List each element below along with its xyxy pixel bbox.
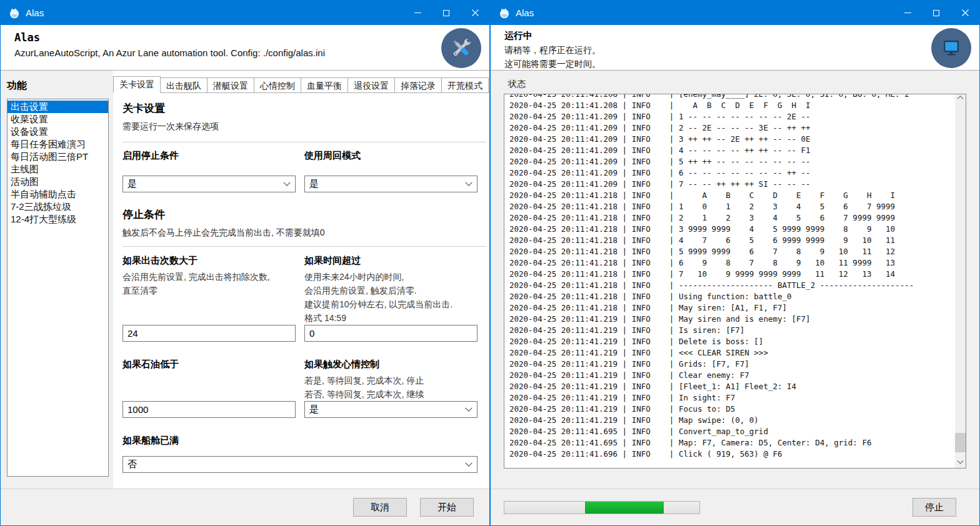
tab-3[interactable]: 潜艇设置 xyxy=(208,77,254,93)
minimize-button[interactable] xyxy=(403,1,432,25)
tools-icon xyxy=(449,36,473,60)
chevron-up-icon xyxy=(958,96,964,102)
tab-1[interactable]: 关卡设置 xyxy=(113,76,161,93)
sidebar-item[interactable]: 收菜设置 xyxy=(8,113,108,126)
runner-window: Alas 运行中 请稍等，程序正在运行。 这可能将需要一定时间。 状态 2020… xyxy=(490,0,980,526)
log-line: 2020-04-25 20:11:41.209 | INFO | 4 -- --… xyxy=(509,145,955,156)
log-line: 2020-04-25 20:11:41.218 | INFO | -------… xyxy=(509,280,955,291)
scroll-up-button[interactable] xyxy=(955,94,966,105)
enable-stop-condition-select[interactable]: 是 xyxy=(122,176,296,192)
if-time-over-input[interactable] xyxy=(305,325,477,341)
field-enable-stop-condition: 启用停止条件 是 xyxy=(122,149,296,192)
sidebar-item[interactable]: 12-4打大型练级 xyxy=(8,213,108,226)
tab-4[interactable]: 心情控制 xyxy=(254,77,301,93)
sidebar-item[interactable]: 每日任务困难演习 xyxy=(8,138,108,151)
log-line: 2020-04-25 20:11:41.218 | INFO | May sir… xyxy=(509,302,955,314)
log-line: 2020-04-25 20:11:41.695 | INFO | Convert… xyxy=(509,426,955,437)
if-oil-below-input-wrap xyxy=(122,401,296,418)
log-line: 2020-04-25 20:11:41.218 | INFO | 5 9999 … xyxy=(509,246,955,257)
select-value: 否 xyxy=(128,459,137,470)
field-label: 如果触发心情控制 xyxy=(304,358,478,370)
log-line: 2020-04-25 20:11:41.218 | INFO | A B C D… xyxy=(509,190,955,201)
progress-bar xyxy=(504,501,700,514)
log-line: 2020-04-25 20:11:41.208 | INFO | [enemy_… xyxy=(509,94,955,100)
tab-5[interactable]: 血量平衡 xyxy=(301,77,348,93)
maximize-button[interactable] xyxy=(922,1,951,25)
log-line: 2020-04-25 20:11:41.218 | INFO | 4 7 6 5… xyxy=(509,235,955,246)
minimize-icon xyxy=(414,12,421,13)
if-count-greater-input[interactable] xyxy=(123,325,295,341)
field-label: 如果石油低于 xyxy=(122,358,296,370)
if-oil-below-input[interactable] xyxy=(123,402,295,417)
log-line: 2020-04-25 20:11:41.218 | INFO | 2 1 2 3… xyxy=(509,212,955,224)
maximize-icon xyxy=(933,10,939,16)
panel-heading: 关卡设置 xyxy=(122,101,486,116)
progress-chunk xyxy=(585,502,664,514)
start-button[interactable]: 开始 xyxy=(420,498,474,517)
sidebar-item[interactable]: 主线图 xyxy=(8,163,108,176)
maximize-button[interactable] xyxy=(432,1,461,25)
log-line: 2020-04-25 20:11:41.209 | INFO | 6 -- --… xyxy=(509,167,955,179)
panel-subheading: 需要运行一次来保存选项 xyxy=(122,120,486,132)
sidebar-item[interactable]: 活动图 xyxy=(8,176,108,188)
log-line: 2020-04-25 20:11:41.218 | INFO | Using f… xyxy=(509,291,955,302)
cancel-button[interactable]: 取消 xyxy=(353,498,407,517)
minimize-button[interactable] xyxy=(893,1,922,25)
select-value: 是 xyxy=(309,178,319,190)
log-box: 2020-04-25 20:11:41.208 | INFO | [enemy_… xyxy=(504,94,966,469)
running-title: 运行中 xyxy=(504,30,979,42)
log-line: 2020-04-25 20:11:41.209 | INFO | 3 ++ ++… xyxy=(509,134,955,145)
divider xyxy=(122,142,486,142)
tab-6[interactable]: 退役设置 xyxy=(348,77,395,93)
log-line: 2020-04-25 20:11:41.219 | INFO | Delete … xyxy=(509,336,955,347)
log-line: 2020-04-25 20:11:41.219 | INFO | Focus t… xyxy=(509,404,955,415)
tab-8[interactable]: 开荒模式 xyxy=(442,77,489,93)
scroll-thumb[interactable] xyxy=(955,433,966,452)
close-button[interactable] xyxy=(951,1,979,25)
chevron-down-icon xyxy=(465,179,472,186)
log-line: 2020-04-25 20:11:41.209 | INFO | 1 -- --… xyxy=(509,111,955,122)
sidebar-item[interactable]: 设备设置 xyxy=(8,126,108,138)
tools-button[interactable] xyxy=(441,28,481,68)
stop-button[interactable]: 停止 xyxy=(912,498,956,517)
if-emotion-control-select[interactable]: 是 xyxy=(304,401,478,418)
log-line: 2020-04-25 20:11:41.219 | INFO | In sigh… xyxy=(509,392,955,404)
sidebar-item[interactable]: 半自动辅助点击 xyxy=(8,188,108,201)
loop-mode-select[interactable]: 是 xyxy=(304,176,478,192)
sidebar-item[interactable]: 7-2三战拣垃圾 xyxy=(8,201,108,213)
settings-header: Alas AzurLaneAutoScript, An Azur Lane au… xyxy=(1,25,489,71)
divider xyxy=(122,246,486,247)
tab-2[interactable]: 出击舰队 xyxy=(161,77,208,93)
sidebar-item[interactable]: 每日活动图三倍PT xyxy=(8,151,108,163)
field-loop-mode: 使用周回模式 是 xyxy=(304,149,478,192)
sidebar-item[interactable]: 出击设置 xyxy=(8,101,108,113)
app-subtitle: AzurLaneAutoScript, An Azur Lane automat… xyxy=(14,47,489,58)
field-if-count-greater: 如果出击次数大于 会沿用先前设置, 完成出击将扣除次数, 直至清零 xyxy=(122,254,296,342)
field-if-oil-below: 如果石油低于 xyxy=(122,358,296,418)
log-line: 2020-04-25 20:11:41.219 | INFO | <<< CLE… xyxy=(509,347,955,359)
field-if-time-over: 如果时间超过 使用未来24小时内的时间, 会沿用先前设置, 触发后清零. 建议提… xyxy=(304,254,478,342)
field-help: 会沿用先前设置, 完成出击将扣除次数, 直至清零 xyxy=(122,270,296,297)
if-dock-full-select[interactable]: 否 xyxy=(122,456,478,473)
status-label: 状态 xyxy=(508,79,966,90)
log-line: 2020-04-25 20:11:41.219 | INFO | May sir… xyxy=(509,314,955,325)
if-count-greater-input-wrap xyxy=(122,325,296,342)
field-help: 若是, 等待回复, 完成本次, 停止 若否, 等待回复, 完成本次, 继续 xyxy=(304,374,478,401)
log-line: 2020-04-25 20:11:41.695 | INFO | Map: F7… xyxy=(509,437,955,449)
close-button[interactable] xyxy=(461,1,489,25)
select-value: 是 xyxy=(309,404,319,415)
log-line: 2020-04-25 20:11:41.208 | INFO | A B C D… xyxy=(509,100,955,111)
log-scrollbar[interactable] xyxy=(955,94,966,468)
monitor-button[interactable] xyxy=(931,28,971,68)
tab-7[interactable]: 掉落记录 xyxy=(395,77,442,93)
close-icon xyxy=(962,9,969,16)
log-line: 2020-04-25 20:11:41.209 | INFO | 2 -- 2E… xyxy=(509,122,955,134)
settings-footer: 取消 开始 xyxy=(1,489,489,525)
log-line: 2020-04-25 20:11:41.218 | INFO | 3 9999 … xyxy=(509,224,955,235)
scroll-down-button[interactable] xyxy=(955,457,966,468)
log-line: 2020-04-25 20:11:41.219 | INFO | Clear e… xyxy=(509,370,955,381)
window-title: Alas xyxy=(26,7,403,18)
maximize-icon xyxy=(443,10,449,16)
log-line: 2020-04-25 20:11:41.696 | INFO | Click (… xyxy=(509,449,955,460)
log-line: 2020-04-25 20:11:41.209 | INFO | 5 ++ ++… xyxy=(509,156,955,167)
